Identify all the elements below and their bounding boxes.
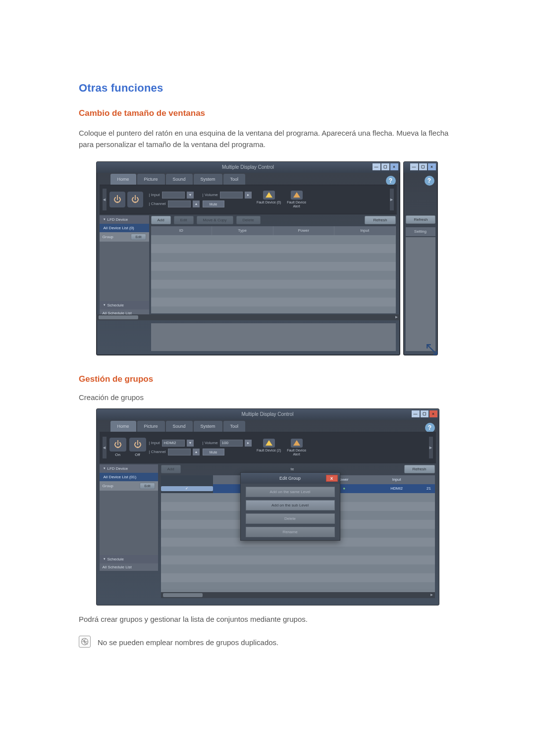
fault-device-count2: Fault Device (2) (257, 439, 281, 456)
scrollbar-thumb[interactable] (99, 315, 138, 319)
ribbon2-right-icon[interactable]: ► (429, 437, 433, 458)
titlebar-text: Multiple Display Control (222, 164, 274, 170)
help-icon[interactable]: ? (386, 176, 396, 186)
tab-system[interactable]: System (194, 174, 222, 185)
device-toolbar: Add Edit Move & Copy Delete Refresh (151, 215, 396, 225)
add-button2: Add (161, 465, 181, 473)
warning-icon (266, 192, 272, 198)
input-field[interactable] (162, 192, 185, 199)
side-close[interactable]: x (428, 163, 436, 170)
ribbon-scroll-right-icon[interactable]: ► (390, 189, 394, 210)
ribbon2-left-icon[interactable]: ◄ (103, 437, 107, 458)
channel-field2[interactable] (168, 449, 191, 455)
device-grid: ID Type Power Input (151, 226, 396, 313)
window-minimize[interactable]: — (373, 163, 380, 170)
popup-close-button[interactable]: X (326, 475, 338, 482)
win2-close[interactable]: x (429, 410, 437, 417)
tab-home[interactable]: Home (110, 174, 136, 185)
group-edit-button[interactable]: Edit (131, 234, 146, 240)
volume-group: | Volume ▸ Mute (203, 192, 252, 207)
channel-field[interactable] (168, 201, 191, 207)
channel-label2: | Channel (149, 450, 166, 454)
side-help-icon[interactable]: ? (425, 176, 434, 186)
ribbon-tabs: Home Picture Sound System Tool (110, 174, 247, 185)
window-controls: — ▢ x (373, 163, 398, 170)
power-off-group: ⏻ Off (129, 438, 146, 457)
accordion2-schedule[interactable]: Schedule (100, 555, 158, 563)
scrollbar2-thumb[interactable] (163, 593, 203, 597)
input-field2[interactable] (162, 440, 185, 447)
ribbon: ◄ ⏻ ⏻ | Input ▾ | Channel ▴ | Vo (100, 185, 397, 214)
side-refresh-button[interactable]: Refresh (406, 215, 435, 224)
tab2-home[interactable]: Home (110, 421, 136, 432)
mute-button[interactable]: Mute (203, 201, 224, 207)
note-row: No se pueden emplear nombres de grupos d… (79, 636, 456, 648)
channel-stepper-icon[interactable]: ▴ (193, 201, 200, 207)
window-maximize[interactable]: ▢ (381, 163, 389, 170)
fault-device-alert: Fault Device Alert (284, 191, 309, 208)
col-type: Type (212, 226, 273, 235)
popup-title-text: Edit Group (279, 476, 301, 481)
tab2-picture[interactable]: Picture (137, 421, 165, 432)
accordion-lfd-device[interactable]: LFD Device (100, 215, 149, 224)
power-on-button2[interactable]: ⏻ (109, 438, 126, 452)
help-icon2[interactable]: ? (425, 423, 435, 433)
ribbon-scroll-left-icon[interactable]: ◄ (103, 189, 107, 210)
input-label2: | Input (149, 441, 160, 445)
volume-stepper-icon2[interactable]: ▸ (245, 440, 252, 447)
input-channel-group2: | Input ▾ | Channel ▴ (149, 440, 200, 455)
all-schedule-list2[interactable]: All Schedule List (100, 563, 158, 571)
win2-maximize[interactable]: ▢ (421, 410, 428, 417)
win2-minimize[interactable]: — (412, 410, 420, 417)
all-device-list2[interactable]: All Device List (01) (100, 473, 158, 481)
titlebar: Multiple Display Control — ▢ x (97, 162, 400, 173)
tab2-system[interactable]: System (194, 421, 222, 432)
app-window-side: — ▢ x ? Refresh Setting (403, 161, 438, 355)
accordion-schedule[interactable]: Schedule (100, 301, 149, 309)
side-maximize[interactable]: ▢ (419, 163, 427, 170)
heading-otras-funciones: Otras funciones (79, 82, 456, 95)
tab2-sound[interactable]: Sound (166, 421, 193, 432)
grid2-scrollbar[interactable]: ► (161, 592, 435, 598)
titlebar2: Multiple Display Control — ▢ x (97, 409, 439, 420)
refresh-button[interactable]: Refresh (365, 216, 395, 224)
power-on-button[interactable]: ⏻ (109, 192, 125, 207)
group-row: Group Edit (100, 232, 149, 242)
tab-tool[interactable]: Tool (223, 174, 246, 185)
group-label: Group (103, 235, 113, 239)
input-dropdown-icon2[interactable]: ▾ (187, 440, 194, 447)
note-icon (79, 636, 91, 648)
row1-checkbox[interactable]: ✓ (161, 484, 214, 493)
all-device-list[interactable]: All Device List (0) (100, 224, 149, 232)
input-dropdown-icon[interactable]: ▾ (187, 192, 194, 199)
tab-sound[interactable]: Sound (166, 174, 193, 185)
tab-picture[interactable]: Picture (137, 174, 165, 185)
popup-add-sub-level[interactable]: Add on the sub Level (246, 500, 335, 510)
refresh-button2[interactable]: Refresh (404, 465, 435, 473)
accordion2-lfd[interactable]: LFD Device (100, 464, 158, 473)
tab2-tool[interactable]: Tool (223, 421, 246, 432)
mute-button2[interactable]: Mute (203, 449, 224, 455)
scrollbar-right-icon[interactable]: ► (394, 315, 400, 319)
volume-stepper-icon[interactable]: ▸ (245, 192, 252, 199)
volume-label2: | Volume (203, 441, 218, 445)
side-body (406, 237, 435, 351)
col-input: Input (334, 226, 396, 235)
alert-icon (293, 192, 300, 198)
power-off-button[interactable]: ⏻ (127, 192, 143, 207)
scrollbar2-right-icon[interactable]: ► (429, 593, 435, 597)
left-panel2: LFD Device All Device List (01) Group Ed… (100, 464, 158, 601)
channel-stepper-icon2[interactable]: ▴ (193, 449, 200, 455)
paragraph-crear-grupos: Podrá crear grupos y gestionar la lista … (79, 613, 456, 625)
volume-field2[interactable] (220, 440, 243, 447)
power-off-button2[interactable]: ⏻ (129, 438, 146, 452)
volume-field[interactable] (220, 192, 243, 199)
window-close[interactable]: x (390, 163, 398, 170)
side-toolbar: Refresh (406, 215, 435, 224)
side-minimize[interactable]: — (410, 163, 418, 170)
grid-scrollbar[interactable]: ► (97, 314, 400, 320)
fault-device-alert2: Fault Device Alert (284, 439, 309, 456)
add-button[interactable]: Add (151, 216, 171, 224)
warning-icon2 (266, 440, 272, 446)
group-edit-button2[interactable]: Edit (140, 483, 155, 489)
